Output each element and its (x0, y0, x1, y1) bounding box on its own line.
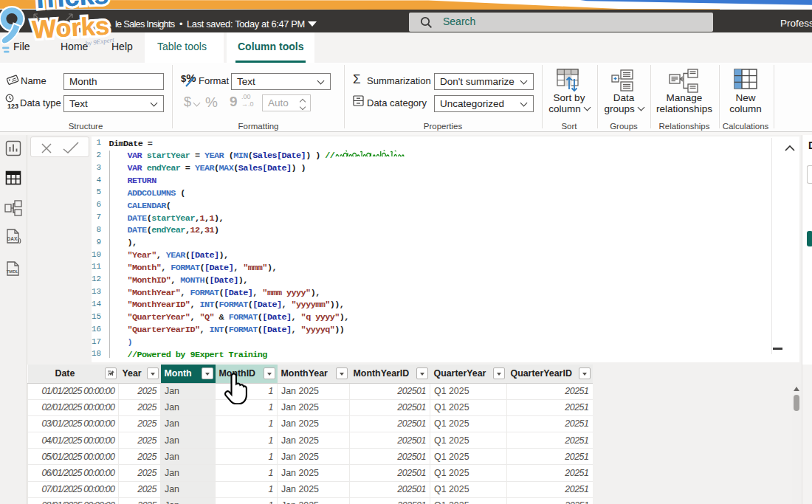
svg-text:DAX: DAX (7, 236, 18, 241)
svg-text:123: 123 (7, 103, 18, 110)
svg-text:TMDL: TMDL (7, 269, 19, 274)
